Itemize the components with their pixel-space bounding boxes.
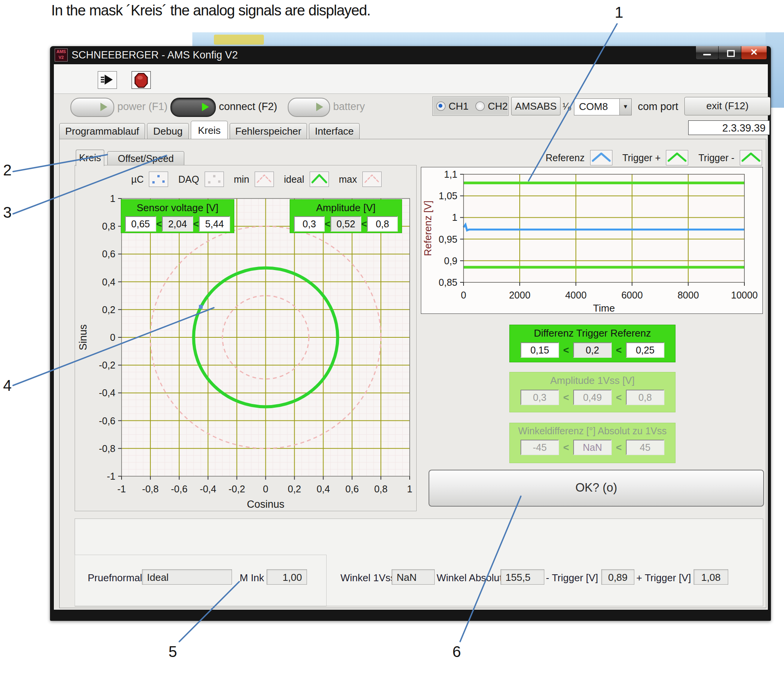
xy-legend: µCDAQminidealmax <box>121 172 382 187</box>
legend-label-Referenz: Referenz <box>545 152 584 163</box>
svg-text:0: 0 <box>263 484 269 494</box>
subtab-offset-speed[interactable]: Offset/Speed <box>107 151 184 166</box>
callout-1: 1 <box>615 4 623 21</box>
run-button[interactable] <box>98 71 117 89</box>
legend-swatch <box>149 172 168 187</box>
minimize-button[interactable] <box>696 46 719 60</box>
exit-button[interactable]: exit (F12) <box>684 97 771 115</box>
diff-trigger-min[interactable]: 0,15 <box>520 342 559 358</box>
ch2-radio[interactable] <box>475 102 485 111</box>
ref-legend: ReferenzTrigger +Trigger - <box>467 149 762 166</box>
svg-text:10000: 10000 <box>731 290 758 300</box>
pruefnormal-field[interactable]: Ideal <box>142 569 232 585</box>
chevron-blue-icon <box>591 150 612 164</box>
sensor-voltage-min[interactable]: 0,65 <box>125 216 156 232</box>
chevron-down-icon[interactable]: ▼ <box>619 99 631 115</box>
chevron-green-icon <box>666 150 688 164</box>
kreis-subpanel: µCDAQminidealmax 10,80,60,40,20-0,2-0,4-… <box>75 165 417 511</box>
app-icon-text2: V2 <box>55 55 67 60</box>
amplitude-title: Amplitude [V] <box>290 200 402 214</box>
svg-text:4000: 4000 <box>565 290 587 300</box>
svg-text:1,1: 1,1 <box>444 169 457 180</box>
battery-toggle[interactable] <box>288 98 330 117</box>
ch1-label: CH1 <box>449 100 469 112</box>
battery-toggle-arrow-icon <box>316 103 323 111</box>
minimize-icon <box>703 54 711 55</box>
legend-label-Trigger -: Trigger - <box>698 152 734 163</box>
app-icon: AMS V2 <box>55 48 68 62</box>
svg-text:Referenz [V]: Referenz [V] <box>422 200 434 256</box>
diff-trigger-max[interactable]: 0,25 <box>626 342 664 358</box>
chevron-green-icon <box>310 172 329 186</box>
sensor-voltage-box: Sensor voltage [V] 0,65 < 2,04 < 5,44 <box>121 199 234 233</box>
svg-text:0: 0 <box>461 290 466 300</box>
svg-text:Time: Time <box>593 302 615 313</box>
svg-text:6000: 6000 <box>621 290 643 300</box>
svg-text:1: 1 <box>110 193 115 204</box>
amplitude-1vss-box: Amplitude 1Vss [V] 0,3 < 0,49 < 0,8 <box>509 372 676 412</box>
legend-label-min: min <box>234 174 249 185</box>
amsabs-button[interactable]: AMSABS <box>511 97 560 115</box>
stop-button[interactable] <box>132 71 151 89</box>
less-than: < <box>563 442 569 454</box>
com-port-select[interactable]: COM8 ▼ <box>574 98 632 115</box>
app-icon-text1: AMS <box>55 49 67 55</box>
sensor-voltage-value: 2,04 <box>162 216 193 232</box>
svg-text:0,6: 0,6 <box>102 248 115 259</box>
tab-programmablauf[interactable]: Programmablauf <box>59 123 145 139</box>
svg-text:0,8: 0,8 <box>102 221 115 232</box>
maximize-button[interactable] <box>718 46 741 60</box>
io-icon: ¹⁄₀ <box>562 100 572 112</box>
less-than: < <box>325 218 330 230</box>
battery-label: battery <box>333 98 365 115</box>
power-toggle[interactable] <box>70 98 114 117</box>
less-than: < <box>563 344 569 356</box>
callout-6: 6 <box>452 643 461 660</box>
client-area: power (F1) connect (F2) battery CH1 CH2 … <box>53 64 768 610</box>
app-window: AMS V2 SCHNEEBERGER - AMS Konfig V2 ✕ <box>50 46 771 621</box>
ok-button[interactable]: OK? (o) <box>429 470 764 507</box>
svg-text:0: 0 <box>110 332 115 343</box>
svg-text:-1: -1 <box>117 484 126 494</box>
amplitude-min[interactable]: 0,3 <box>294 216 325 232</box>
diff-trigger-value: 0,2 <box>573 342 612 358</box>
less-than: < <box>616 344 622 356</box>
amplitude-max[interactable]: 0,8 <box>367 216 398 232</box>
legend-swatch <box>362 172 382 187</box>
tab-fehlerspeicher[interactable]: Fehlerspeicher <box>230 123 307 139</box>
legend-swatch <box>310 172 329 187</box>
tab-interface[interactable]: Interface <box>309 123 360 139</box>
connect-toggle[interactable] <box>170 98 216 117</box>
ch1-radio[interactable] <box>436 102 445 111</box>
main-tabs: ProgrammablaufDebugKreisFehlerspeicherIn… <box>59 121 362 139</box>
legend-label-max: max <box>339 174 357 185</box>
svg-text:0,85: 0,85 <box>439 277 457 288</box>
callout-2: 2 <box>3 162 12 179</box>
close-button[interactable]: ✕ <box>741 46 767 60</box>
xy-plot-svg: 10,80,60,40,20-0,2-0,4-0,6-0,8-1-1-0,8-0… <box>75 189 415 510</box>
less-than: < <box>361 218 367 230</box>
winkel-1vss-field: NaN <box>392 569 435 585</box>
ref-chart-panel: 1,11,0510,950,90,85020004000600080001000… <box>421 167 763 314</box>
svg-text:0,4: 0,4 <box>102 277 115 287</box>
ch2-label: CH2 <box>488 100 508 112</box>
amplitude-1vss-title: Amplitude 1Vss [V] <box>510 372 675 387</box>
svg-text:1: 1 <box>452 212 457 223</box>
svg-text:0,6: 0,6 <box>345 484 359 494</box>
subtab-kreis[interactable]: Kreis <box>76 150 104 166</box>
amplitude-1vss-value: 0,49 <box>573 390 612 405</box>
callout-5: 5 <box>168 643 177 660</box>
diff-trigger-box: Differenz Trigger Referenz 0,15 < 0,2 < … <box>509 325 676 362</box>
tab-kreis[interactable]: Kreis <box>191 121 228 139</box>
dots-blue-icon <box>149 172 168 186</box>
winkeldifferenz-box: Winkeldifferenz [°] Absolut zu 1Vss -45 … <box>509 423 676 463</box>
zigzag-pink-icon <box>255 172 274 186</box>
svg-text:-0,2: -0,2 <box>229 484 245 494</box>
com-port-label: com port <box>638 98 678 115</box>
callout-4: 4 <box>3 377 12 394</box>
winkeldifferenz-value: NaN <box>573 440 612 455</box>
tab-debug[interactable]: Debug <box>147 123 189 139</box>
sensor-voltage-max[interactable]: 5,44 <box>199 216 230 232</box>
svg-text:-0,4: -0,4 <box>99 387 115 398</box>
svg-text:0,4: 0,4 <box>317 484 330 494</box>
